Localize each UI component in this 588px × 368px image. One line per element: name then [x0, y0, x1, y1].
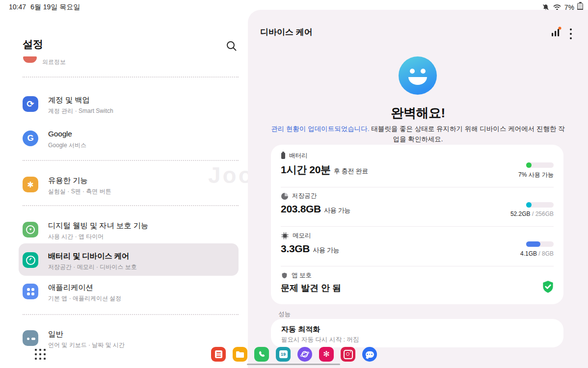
divider — [23, 205, 239, 206]
tablet-screen: 10:47 6월 19일 목요일 7% Joon 설정 의료정보 ⟳ 계정 및 … — [0, 0, 588, 368]
gauge-ring — [26, 256, 35, 265]
sidebar-item-advanced-features[interactable]: 유용한 기능 — [48, 176, 88, 186]
calendar-date: 19 — [281, 352, 286, 357]
protection-row-header: 앱 보호 — [281, 271, 312, 280]
auto-optimization-card[interactable]: 자동 최적화 필요시 자동 다시 시작 : 꺼짐 — [271, 319, 563, 347]
storage-right-text: 52.2GB / 256GB — [510, 210, 554, 217]
memory-right-text: 4.1GB / 8GB — [520, 250, 554, 257]
google-glyph: G — [27, 133, 33, 143]
sidebar-item-accounts-backup-sub: 계정 관리 · Smart Switch — [48, 107, 113, 115]
device-care-icon[interactable] — [23, 252, 38, 268]
status-date: 6월 19일 목요일 — [30, 3, 80, 12]
storage-row-header: 저장공간 — [281, 192, 317, 200]
usage-stats-icon[interactable] — [550, 26, 561, 38]
memory-progress-fill — [526, 241, 540, 247]
heart-glyph: ♥ — [29, 228, 32, 232]
storage-value-line[interactable]: 203.8GB사용 가능 — [281, 203, 350, 215]
sync-glyph: ⟳ — [27, 100, 34, 108]
storage-progress-fill — [526, 202, 532, 208]
flower-glyph: ✱ — [27, 180, 33, 189]
apps-dots-glyph — [27, 288, 34, 295]
note-glyph — [215, 350, 222, 358]
home-indicator-bar[interactable] — [247, 364, 340, 365]
storage-pie-icon — [281, 193, 288, 200]
battery-value-line[interactable]: 1시간 20분후 충전 완료 — [281, 163, 368, 177]
memory-used: 4.1GB — [520, 250, 537, 257]
shield-check-icon — [541, 280, 555, 293]
digital-wellbeing-icon[interactable]: ♥ — [23, 222, 38, 237]
shield-icon — [281, 272, 288, 279]
status-time: 10:47 — [9, 3, 26, 11]
sidebar-item-google[interactable]: Google — [48, 130, 72, 138]
apps-icon[interactable] — [23, 284, 38, 299]
message-bubble-glyph — [366, 351, 374, 358]
protection-label: 앱 보호 — [292, 271, 312, 280]
wellbeing-ring: ♥ — [26, 225, 35, 234]
storage-suffix: 사용 가능 — [324, 207, 350, 214]
memory-row-header: 메모리 — [281, 232, 311, 240]
sidebar-item-advanced-features-sub: 실험실 · S펜 · 측면 버튼 — [48, 187, 111, 196]
planet-glyph — [300, 349, 310, 359]
status-description: 관리 현황이 업데이트되었습니다. 태블릿을 좋은 상태로 유지하기 위해 디바… — [270, 124, 566, 145]
general-icon[interactable] — [23, 330, 38, 346]
sidebar-item-device-care-sub: 저장공간 · 메모리 · 디바이스 보호 — [48, 263, 137, 271]
sidebar-item-medical-info[interactable]: 의료정보 — [42, 58, 66, 66]
status-update-link[interactable]: 관리 현황이 업데이트되었습니다. — [271, 125, 369, 132]
advanced-features-icon[interactable]: ✱ — [23, 177, 38, 192]
protection-status[interactable]: 문제 발견 안 됨 — [281, 282, 341, 294]
memory-chip-icon — [281, 232, 289, 239]
memory-total: / 8GB — [537, 250, 554, 257]
divider — [23, 77, 239, 78]
panel-title: 디바이스 케어 — [260, 26, 313, 38]
sidebar-item-applications-sub: 기본 앱 · 애플리케이션 설정 — [48, 294, 121, 303]
sidebar-item-applications[interactable]: 애플리케이션 — [48, 283, 93, 293]
sidebar-item-general[interactable]: 일반 — [48, 329, 63, 340]
row-divider — [281, 226, 554, 227]
battery-progress-bar — [526, 162, 554, 168]
settings-sidebar: 설정 의료정보 ⟳ 계정 및 백업 계정 관리 · Smart Switch G… — [0, 14, 248, 368]
memory-value-line[interactable]: 3.3GB사용 가능 — [281, 243, 339, 255]
memory-suffix: 사용 가능 — [313, 246, 339, 254]
battery-right-text: 7% 사용 가능 — [518, 171, 554, 179]
page-title: 설정 — [23, 37, 43, 51]
battery-icon — [281, 153, 285, 159]
app-grid-icon[interactable] — [35, 349, 46, 360]
storage-free-value: 203.8GB — [281, 203, 321, 214]
sidebar-item-device-care[interactable]: 배터리 및 디바이스 케어 — [48, 251, 129, 262]
more-options-icon[interactable] — [570, 28, 572, 42]
storage-total: / 256GB — [531, 210, 554, 217]
divider — [23, 314, 239, 315]
storage-progress-bar — [526, 202, 554, 208]
device-care-panel: 디바이스 케어 완벽해요! 관리 현황이 업데이트되었습니다. 태블릿을 좋은 … — [248, 10, 588, 368]
calendar-app-icon[interactable]: 19 — [276, 347, 291, 362]
galaxy-store-glyph: ✻ — [323, 350, 329, 358]
messages-app-icon[interactable] — [362, 347, 377, 362]
status-title: 완벽해요! — [248, 105, 588, 122]
camera-app-icon[interactable] — [341, 347, 355, 362]
sidebar-item-general-sub: 언어 및 키보드 · 날짜 및 시간 — [48, 341, 125, 349]
battery-row-header: 배터리 — [281, 152, 308, 160]
google-icon[interactable]: G — [23, 131, 38, 146]
memory-progress-bar — [526, 241, 554, 247]
internet-app-icon[interactable] — [297, 347, 312, 362]
sidebar-item-digital-wellbeing-sub: 사용 시간 · 앱 타이머 — [48, 233, 104, 241]
sync-icon[interactable]: ⟳ — [23, 96, 38, 112]
medical-info-icon[interactable] — [23, 56, 37, 63]
auto-optimization-subtitle: 필요시 자동 다시 시작 : 꺼짐 — [281, 336, 359, 344]
notes-app-icon[interactable] — [211, 347, 226, 362]
my-files-app-icon[interactable] — [233, 347, 247, 362]
folder-glyph — [236, 352, 244, 358]
calendar-glyph: 19 — [279, 350, 288, 358]
status-desc-text: 태블릿을 좋은 상태로 유지하기 위해 디바이스 케어에서 진행한 작업을 확인… — [370, 125, 565, 143]
search-icon[interactable] — [226, 40, 237, 52]
battery-time-value: 1시간 20분 — [281, 164, 331, 175]
device-status-card: 배터리 1시간 20분후 충전 완료 7% 사용 가능 저장공간 203.8GB… — [271, 145, 563, 304]
storage-used: 52.2GB — [510, 210, 531, 217]
sidebar-item-accounts-backup[interactable]: 계정 및 백업 — [48, 95, 90, 105]
phone-glyph — [257, 350, 266, 359]
phone-app-icon[interactable] — [254, 347, 269, 362]
sidebar-item-digital-wellbeing[interactable]: 디지털 웰빙 및 자녀 보호 기능 — [48, 221, 148, 231]
memory-free-value: 3.3GB — [281, 243, 310, 254]
galaxy-store-app-icon[interactable]: ✻ — [319, 347, 334, 362]
row-divider — [281, 187, 554, 187]
